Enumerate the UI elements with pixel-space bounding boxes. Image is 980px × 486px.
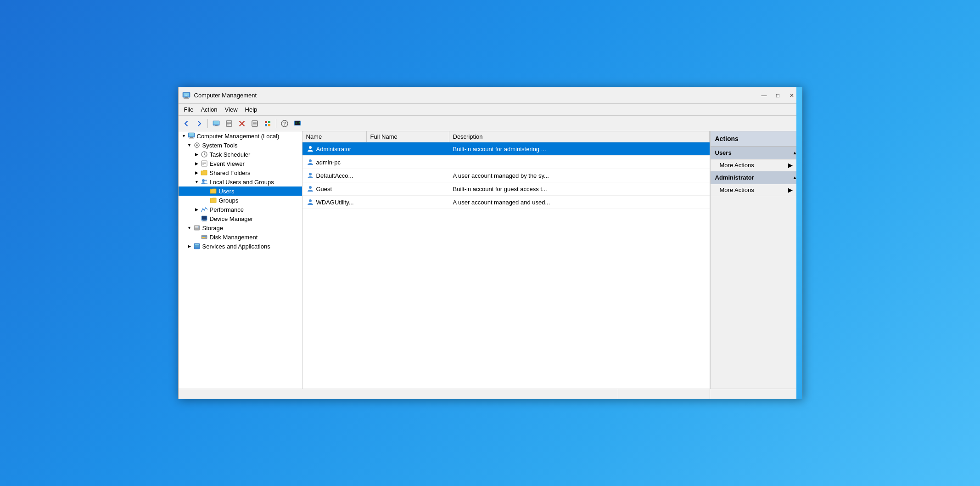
svg-rect-6 bbox=[213, 121, 219, 124]
cell-fullname-admin-pc bbox=[367, 160, 449, 164]
delete-button[interactable] bbox=[236, 118, 248, 130]
svg-rect-48 bbox=[202, 216, 207, 220]
svg-rect-2 bbox=[185, 97, 188, 98]
tree-item-device-manager[interactable]: Device Manager bbox=[179, 214, 302, 223]
tree-item-users[interactable]: Users bbox=[179, 186, 302, 196]
menu-view[interactable]: View bbox=[221, 105, 241, 114]
cell-desc-defaultacco: A user account managed by the sy... bbox=[449, 170, 710, 181]
svg-rect-41 bbox=[202, 161, 207, 166]
actions-title: Actions bbox=[711, 131, 802, 147]
minimize-button[interactable]: — bbox=[758, 90, 771, 101]
window-title: Computer Management bbox=[194, 92, 758, 99]
export-button[interactable] bbox=[249, 118, 261, 130]
status-bar bbox=[179, 389, 802, 399]
tree-item-performance[interactable]: ▶ Performance bbox=[179, 205, 302, 214]
local-users-label: Local Users and Groups bbox=[210, 179, 274, 186]
groups-folder-icon bbox=[210, 197, 217, 204]
title-bar: Computer Management — □ ✕ bbox=[179, 87, 802, 104]
menu-action[interactable]: Action bbox=[197, 105, 221, 114]
users-folder-icon bbox=[210, 187, 217, 195]
services-apps-label: Services and Applications bbox=[202, 243, 270, 250]
window-controls: — □ ✕ bbox=[758, 90, 798, 101]
svg-rect-4 bbox=[185, 95, 187, 96]
cell-desc-administrator: Built-in account for administering ... bbox=[449, 143, 710, 155]
content-area: ▼ Computer Management (Local) ▼ bbox=[179, 131, 802, 389]
col-name-header[interactable]: Name bbox=[302, 131, 367, 142]
cell-name-administrator: Administrator bbox=[302, 142, 367, 155]
actions-section-users[interactable]: Users ▲ bbox=[711, 147, 802, 159]
tree-item-storage[interactable]: ▼ Storage bbox=[179, 223, 302, 232]
list-row-admin-pc[interactable]: admin-pc bbox=[302, 156, 710, 169]
main-window: Computer Management — □ ✕ File Action Vi… bbox=[178, 87, 802, 399]
actions-more-actions-admin[interactable]: More Actions ▶ bbox=[711, 184, 802, 196]
another-button[interactable] bbox=[262, 118, 274, 130]
groups-label: Groups bbox=[219, 197, 239, 204]
name-admin-pc: admin-pc bbox=[316, 159, 341, 166]
tree-item-local-users-groups[interactable]: ▼ Local Users and Groups bbox=[179, 177, 302, 186]
users-expand bbox=[202, 187, 210, 195]
system-tools-icon bbox=[193, 141, 201, 149]
maximize-button[interactable]: □ bbox=[772, 90, 784, 101]
system-tools-label: System Tools bbox=[202, 142, 238, 149]
list-row-defaultacco[interactable]: DefaultAcco... A user account managed by… bbox=[302, 169, 710, 182]
list-header: Name Full Name Description bbox=[302, 131, 710, 142]
svg-point-45 bbox=[202, 179, 205, 182]
right-scrollbar[interactable] bbox=[796, 87, 802, 399]
name-administrator: Administrator bbox=[316, 146, 352, 153]
svg-text:C:\>: C:\> bbox=[296, 121, 301, 124]
status-cell-3 bbox=[710, 389, 802, 399]
storage-label: Storage bbox=[202, 225, 224, 232]
col-description-header[interactable]: Description bbox=[449, 131, 710, 142]
name-guest: Guest bbox=[316, 186, 332, 192]
svg-rect-31 bbox=[189, 138, 194, 139]
svg-rect-7 bbox=[215, 125, 218, 126]
svg-rect-49 bbox=[203, 220, 206, 221]
performance-label: Performance bbox=[210, 206, 244, 213]
svg-rect-29 bbox=[189, 133, 194, 136]
status-cell-2 bbox=[618, 389, 710, 399]
event-viewer-label: Event Viewer bbox=[210, 160, 245, 167]
svg-rect-58 bbox=[202, 237, 205, 238]
console-button[interactable]: C:\> bbox=[291, 118, 303, 130]
forward-button[interactable] bbox=[193, 118, 205, 130]
more-actions-admin-arrow: ▶ bbox=[788, 186, 793, 193]
list-row-wdagutility[interactable]: WDAGUtility... A user account managed an… bbox=[302, 196, 710, 209]
tree-item-system-tools[interactable]: ▼ System Tools bbox=[179, 141, 302, 150]
task-scheduler-icon bbox=[201, 151, 208, 158]
list-row-guest[interactable]: Guest Built-in account for guest access … bbox=[302, 182, 710, 196]
disk-management-label: Disk Management bbox=[210, 234, 258, 241]
tree-item-groups[interactable]: Groups bbox=[179, 196, 302, 205]
cell-fullname-administrator bbox=[367, 147, 449, 151]
services-apps-expand: ▶ bbox=[186, 243, 193, 250]
svg-rect-20 bbox=[268, 121, 270, 123]
show-scope-button[interactable] bbox=[210, 118, 222, 130]
cell-name-defaultacco: DefaultAcco... bbox=[302, 169, 367, 182]
actions-section-administrator[interactable]: Administrator ▲ bbox=[711, 171, 802, 184]
help-button[interactable]: ? bbox=[279, 118, 291, 130]
tree-item-task-scheduler[interactable]: ▶ Task Scheduler bbox=[179, 150, 302, 159]
tree-item-shared-folders[interactable]: ▶ Shared Folders bbox=[179, 168, 302, 177]
menu-file[interactable]: File bbox=[180, 105, 197, 114]
list-panel: Name Full Name Description bbox=[302, 131, 710, 389]
tree-root[interactable]: ▼ Computer Management (Local) bbox=[179, 131, 302, 141]
tree-item-services-apps[interactable]: ▶ Services and Applications bbox=[179, 242, 302, 251]
svg-point-55 bbox=[198, 227, 199, 228]
local-users-icon bbox=[201, 178, 208, 186]
properties-button[interactable] bbox=[223, 118, 235, 130]
svg-rect-21 bbox=[265, 124, 267, 126]
services-apps-icon bbox=[193, 243, 201, 250]
cell-desc-guest: Built-in account for guest access t... bbox=[449, 183, 710, 195]
task-scheduler-label: Task Scheduler bbox=[210, 151, 251, 158]
col-fullname-header[interactable]: Full Name bbox=[367, 131, 449, 142]
back-button[interactable] bbox=[180, 118, 192, 130]
list-row-administrator[interactable]: Administrator Built-in account for admin… bbox=[302, 142, 710, 156]
svg-rect-30 bbox=[190, 137, 193, 138]
tree-item-disk-management[interactable]: Disk Management bbox=[179, 232, 302, 242]
list-body: Administrator Built-in account for admin… bbox=[302, 142, 710, 389]
toolbar-separator-2 bbox=[276, 119, 276, 128]
tree-item-event-viewer[interactable]: ▶ Event Viewer bbox=[179, 159, 302, 168]
users-label: Users bbox=[219, 188, 235, 195]
storage-expand: ▼ bbox=[186, 224, 193, 232]
menu-help[interactable]: Help bbox=[241, 105, 261, 114]
actions-more-actions-users[interactable]: More Actions ▶ bbox=[711, 159, 802, 171]
